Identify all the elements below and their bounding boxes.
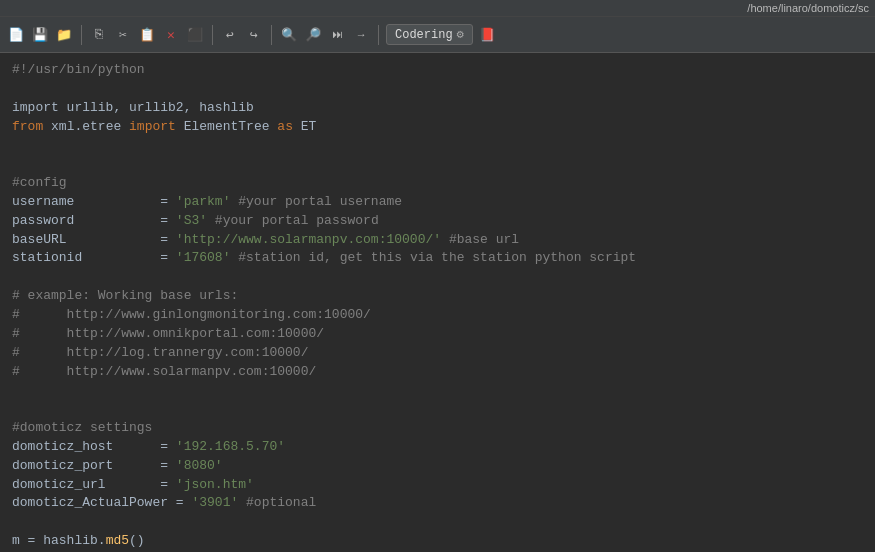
cut-icon[interactable]: ✂ xyxy=(113,25,133,45)
code-editor[interactable]: #!/usr/bin/python import urllib, urllib2… xyxy=(0,53,875,549)
sep4 xyxy=(378,25,379,45)
gear-icon: ⚙ xyxy=(457,27,464,42)
sep2 xyxy=(212,25,213,45)
title-bar: /home/linaro/domoticz/sc xyxy=(0,0,875,17)
find-icon[interactable]: 🔍 xyxy=(279,25,299,45)
macro-icon[interactable]: ⬛ xyxy=(185,25,205,45)
codering-button[interactable]: Codering ⚙ xyxy=(386,24,473,45)
paste-icon[interactable]: 📋 xyxy=(137,25,157,45)
find-next-icon[interactable]: ⏭ xyxy=(327,25,347,45)
new-file-icon[interactable]: 📄 xyxy=(6,25,26,45)
title-text: /home/linaro/domoticz/sc xyxy=(747,2,869,14)
open-icon[interactable]: 📁 xyxy=(54,25,74,45)
find-all-icon[interactable]: 🔎 xyxy=(303,25,323,45)
book-icon[interactable]: 📕 xyxy=(477,25,497,45)
delete-icon[interactable]: ✕ xyxy=(161,25,181,45)
sep3 xyxy=(271,25,272,45)
undo-icon[interactable]: ↩ xyxy=(220,25,240,45)
codering-label: Codering xyxy=(395,28,453,42)
copy-icon[interactable]: ⎘ xyxy=(89,25,109,45)
toolbar: 📄 💾 📁 ⎘ ✂ 📋 ✕ ⬛ ↩ ↪ 🔍 🔎 ⏭ → Codering ⚙ 📕 xyxy=(0,17,875,53)
indent-icon[interactable]: → xyxy=(351,25,371,45)
redo-icon[interactable]: ↪ xyxy=(244,25,264,45)
save-icon[interactable]: 💾 xyxy=(30,25,50,45)
sep1 xyxy=(81,25,82,45)
